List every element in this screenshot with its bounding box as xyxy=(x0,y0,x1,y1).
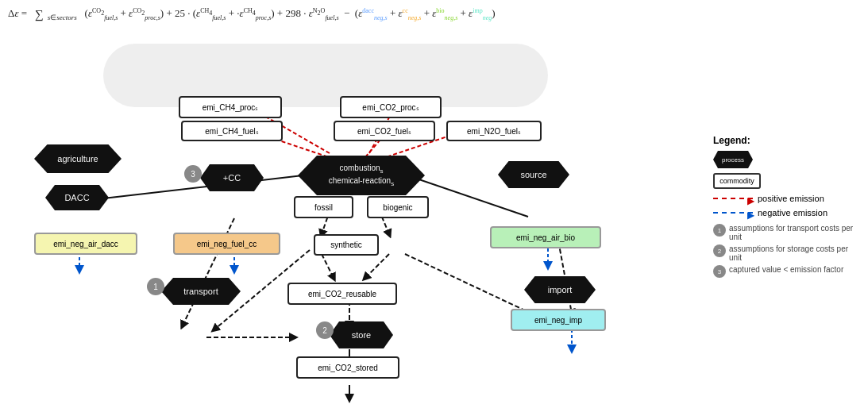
plus-cc-node: +CC xyxy=(200,164,264,191)
emi-neg-air-bio-box: emi_neg_air_bio xyxy=(490,226,601,248)
badge-1: 1 xyxy=(147,278,164,295)
legend-note-2: 2 assumptions for storage costs per unit xyxy=(713,244,860,262)
emi-co2-proc-box: emi_CO2_procₛ xyxy=(340,96,442,118)
emi-neg-fuel-cc-box: emi_neg_fuel_cc xyxy=(173,233,280,255)
emi-co2-reusable-box: emi_CO2_reusable xyxy=(287,283,397,305)
positive-emission-label: positive emission xyxy=(758,194,824,203)
legend-process-hex: process xyxy=(713,151,753,168)
formula-area: Δε = ∑ s∈sectors (εCO2fuel,s + εCO2proc,… xyxy=(8,6,860,23)
biogenic-box: biogenic xyxy=(367,196,429,218)
svg-line-9 xyxy=(322,254,334,278)
legend-title: Legend: xyxy=(713,135,860,146)
agriculture-node: agriculture xyxy=(34,144,122,173)
dacc-node: DACC xyxy=(45,185,109,210)
formula-text: Δε = ∑ s∈sectors (εCO2fuel,s + εCO2proc,… xyxy=(8,7,496,19)
negative-emission-label: negative emission xyxy=(758,208,827,217)
legend-commodity-item: commodity xyxy=(713,173,860,189)
source-node: source xyxy=(498,161,569,188)
badge-2: 2 xyxy=(316,321,334,339)
badge-3: 3 xyxy=(184,165,202,183)
legend-negative-emission-item: ▶ negative emission xyxy=(713,208,860,217)
cloud-background xyxy=(103,44,548,107)
combustion-node: combustions chemical-reactions xyxy=(298,156,425,195)
legend-notes: 1 assumptions for transport costs per un… xyxy=(713,224,860,278)
legend-commodity-box: commodity xyxy=(713,173,761,189)
emi-neg-imp-box: emi_neg_imp xyxy=(511,309,606,331)
fossil-box: fossil xyxy=(294,196,353,218)
transport-node: transport xyxy=(161,278,241,305)
legend-positive-emission-item: ▶ positive emission xyxy=(713,194,860,203)
emi-ch4-proc-box: emi_CH4_procₛ xyxy=(179,96,282,118)
positive-emission-line: ▶ xyxy=(713,198,753,199)
store-node: store xyxy=(330,321,393,348)
emi-neg-air-dacc-box: emi_neg_air_dacc xyxy=(34,233,137,255)
legend-note-1: 1 assumptions for transport costs per un… xyxy=(713,224,860,241)
emi-co2-fuel-box: emi_CO2_fuelₛ xyxy=(334,121,435,141)
svg-line-21 xyxy=(405,254,540,318)
legend: Legend: process commodity ▶ positive emi… xyxy=(713,135,860,281)
legend-process-item: process xyxy=(713,151,860,168)
emi-co2-stored-box: emi_CO2_stored xyxy=(296,356,399,379)
synthetic-box: synthetic xyxy=(314,234,379,256)
import-node: import xyxy=(524,276,596,303)
svg-line-10 xyxy=(365,254,389,278)
negative-emission-line: ▶ xyxy=(713,212,753,214)
emi-ch4-fuel-box: emi_CH4_fuelₛ xyxy=(181,121,283,141)
emi-n2o-fuel-box: emi_N2O_fuelₛ xyxy=(446,121,542,141)
legend-note-3: 3 captured value < emission factor xyxy=(713,265,860,278)
